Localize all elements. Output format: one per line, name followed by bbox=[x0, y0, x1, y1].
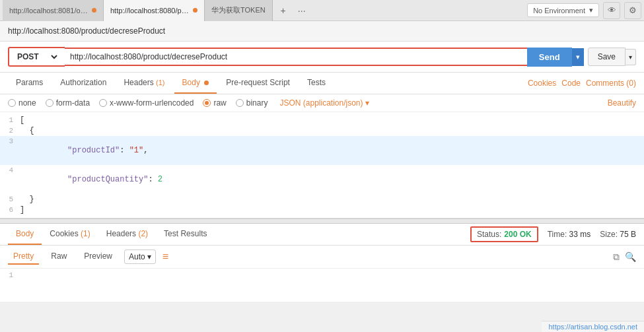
response-content: 1 bbox=[0, 269, 644, 302]
tab-tests[interactable]: Tests bbox=[299, 73, 334, 94]
body-type-bar: none form-data x-www-form-urlencoded raw… bbox=[0, 94, 644, 112]
body-type-raw-label: raw bbox=[213, 98, 226, 108]
tab-prerequest[interactable]: Pre-request Script bbox=[218, 73, 298, 94]
time-label: Time: 33 ms bbox=[548, 230, 591, 239]
request-bar: POST GET PUT DELETE Send ▾ Save ▾ bbox=[0, 42, 644, 73]
save-button[interactable]: Save bbox=[588, 48, 626, 66]
tab-token[interactable]: 华为获取TOKEN bbox=[205, 0, 273, 21]
cookies-link[interactable]: Cookies bbox=[528, 79, 556, 88]
tab-product-label: http://localhost:8080/product/de bbox=[110, 7, 190, 15]
code-line-6: 6 ] bbox=[0, 205, 644, 215]
tab-token-label: 华为获取TOKEN bbox=[211, 5, 266, 15]
auto-dropdown[interactable]: Auto ▾ bbox=[124, 249, 156, 264]
resp-tab-cookies[interactable]: Cookies (1) bbox=[42, 224, 98, 245]
json-val-productid: "1" bbox=[129, 146, 144, 155]
tab-order-dot bbox=[92, 8, 96, 13]
send-dropdown-button[interactable]: ▾ bbox=[572, 48, 584, 66]
raw-type-dropdown[interactable]: JSON (application/json) ▾ bbox=[279, 98, 369, 108]
line-num-2: 2 bbox=[0, 127, 20, 135]
resp-line-num-1: 1 bbox=[0, 271, 20, 279]
resp-tab-test-results[interactable]: Test Results bbox=[156, 224, 215, 245]
line-content-1[interactable]: [ bbox=[20, 115, 644, 125]
code-editor: 1 [ 2 { 3 "productId": "1", 4 "productQu… bbox=[0, 112, 644, 218]
env-label: No Environment bbox=[533, 7, 585, 15]
line-num-6: 6 bbox=[0, 206, 20, 214]
env-dropdown[interactable]: No Environment ▾ bbox=[527, 3, 599, 17]
comments-link[interactable]: Comments (0) bbox=[586, 79, 636, 88]
tab-order-label: http://localhost:8081/order/crea bbox=[9, 7, 89, 15]
json-val-qty: 2 bbox=[158, 175, 162, 184]
raw-type-arrow-icon: ▾ bbox=[365, 98, 369, 108]
code-line-1: 1 [ bbox=[0, 115, 644, 125]
raw-type-options: JSON (application/json) ▾ bbox=[279, 98, 369, 108]
radio-none-circle bbox=[8, 99, 16, 107]
tab-product[interactable]: http://localhost:8080/product/de bbox=[104, 0, 205, 21]
tab-body-label: Body bbox=[182, 78, 200, 87]
radio-binary-circle bbox=[236, 99, 244, 107]
json-key-productid: "productId" bbox=[48, 146, 120, 155]
line-content-6[interactable]: ] bbox=[20, 205, 644, 215]
body-type-none[interactable]: none bbox=[8, 98, 36, 108]
tab-authorization[interactable]: Authorization bbox=[52, 73, 114, 94]
tab-bar: http://localhost:8081/order/crea http://… bbox=[0, 0, 644, 21]
line-num-5: 5 bbox=[0, 195, 20, 203]
code-link[interactable]: Code bbox=[561, 79, 581, 88]
auto-arrow-icon: ▾ bbox=[147, 252, 151, 261]
code-line-3: 3 "productId": "1", bbox=[0, 136, 644, 165]
add-tab-button[interactable]: + bbox=[275, 3, 291, 18]
env-gear-button[interactable]: ⚙ bbox=[624, 2, 641, 19]
tab-authorization-label: Authorization bbox=[60, 78, 106, 87]
auto-label: Auto bbox=[129, 252, 145, 261]
tab-params-label: Params bbox=[16, 78, 43, 87]
line-content-2[interactable]: { bbox=[20, 125, 644, 136]
body-type-urlencoded[interactable]: x-www-form-urlencoded bbox=[99, 98, 194, 108]
env-selector: No Environment ▾ 👁 ⚙ bbox=[527, 2, 641, 19]
line-num-1: 1 bbox=[0, 116, 20, 124]
resp-tab-headers-badge: (2) bbox=[138, 229, 148, 238]
body-type-raw[interactable]: raw bbox=[203, 98, 226, 108]
resp-tab-headers[interactable]: Headers (2) bbox=[98, 224, 156, 245]
tab-params[interactable]: Params bbox=[8, 73, 51, 94]
tab-headers[interactable]: Headers (1) bbox=[116, 73, 172, 94]
save-dropdown-button[interactable]: ▾ bbox=[626, 49, 636, 65]
resp-body-pretty[interactable]: Pretty bbox=[8, 249, 39, 265]
tab-prerequest-label: Pre-request Script bbox=[226, 78, 290, 87]
line-content-3[interactable]: "productId": "1", bbox=[20, 136, 644, 165]
tab-body[interactable]: Body bbox=[174, 73, 217, 94]
response-body-bar: Pretty Raw Preview Auto ▾ ≡ ⧉ 🔍 bbox=[0, 246, 644, 269]
more-tabs-button[interactable]: ··· bbox=[294, 3, 310, 18]
resp-body-raw[interactable]: Raw bbox=[46, 249, 72, 265]
tab-headers-label: Headers bbox=[124, 78, 153, 87]
tab-order[interactable]: http://localhost:8081/order/crea bbox=[3, 0, 104, 21]
env-eye-button[interactable]: 👁 bbox=[603, 2, 620, 19]
body-type-form-data[interactable]: form-data bbox=[46, 98, 90, 108]
line-content-5[interactable]: } bbox=[20, 194, 644, 205]
radio-formdata-circle bbox=[46, 99, 54, 107]
body-type-binary-label: binary bbox=[246, 98, 268, 108]
size-value-text: 75 B bbox=[620, 230, 636, 239]
time-value-text: 33 ms bbox=[569, 230, 591, 239]
url-input[interactable] bbox=[70, 52, 522, 61]
code-line-5: 5 } bbox=[0, 194, 644, 205]
current-url-label: http://localhost:8080/product/decresePro… bbox=[8, 26, 165, 36]
copy-icon[interactable]: ⧉ bbox=[613, 251, 620, 263]
body-type-binary[interactable]: binary bbox=[236, 98, 268, 108]
resp-tab-headers-label: Headers bbox=[106, 229, 136, 238]
resp-tab-body[interactable]: Body bbox=[8, 224, 42, 245]
tab-actions: + ··· bbox=[275, 3, 310, 18]
beautify-button[interactable]: Beautify bbox=[608, 98, 636, 108]
request-tabs: Params Authorization Headers (1) Body Pr… bbox=[0, 73, 644, 94]
env-arrow-icon: ▾ bbox=[589, 6, 593, 15]
line-content-4[interactable]: "productQuantity": 2 bbox=[20, 165, 644, 194]
url-display-bar: http://localhost:8080/product/decresePro… bbox=[0, 21, 644, 42]
resp-body-preview[interactable]: Preview bbox=[79, 249, 118, 265]
method-select[interactable]: POST GET PUT DELETE bbox=[15, 51, 59, 62]
send-button[interactable]: Send bbox=[527, 48, 572, 67]
radio-urlencoded-circle bbox=[99, 99, 107, 107]
tab-tests-label: Tests bbox=[307, 78, 326, 87]
response-tabs-bar: Body Cookies (1) Headers (2) Test Result… bbox=[0, 224, 644, 246]
resp-line-1: 1 bbox=[0, 271, 644, 279]
tab-product-dot bbox=[193, 8, 197, 13]
search-icon[interactable]: 🔍 bbox=[625, 251, 636, 262]
wrap-icon[interactable]: ≡ bbox=[162, 251, 168, 263]
